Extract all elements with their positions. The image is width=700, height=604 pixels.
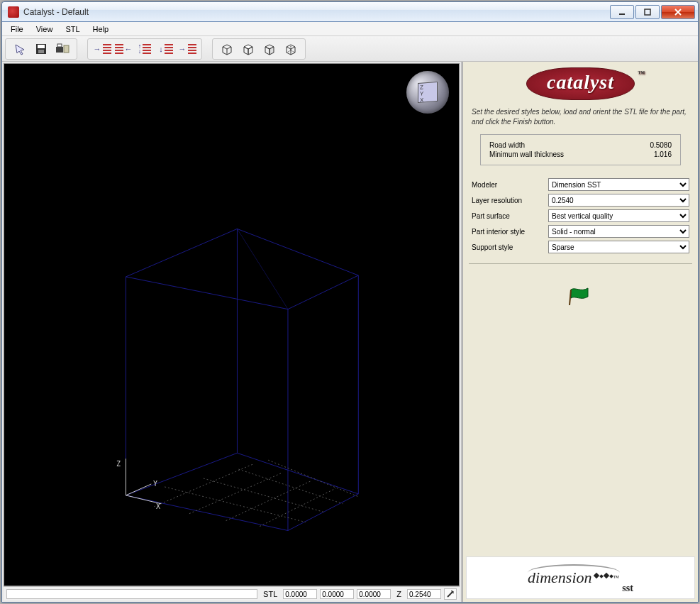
- layer-row: Layer resolution 0.2540: [466, 192, 695, 208]
- svg-line-45: [451, 591, 452, 591]
- status-x-value: 0.0000: [283, 589, 317, 599]
- svg-line-39: [260, 488, 335, 527]
- instructions-text: Set the desired styles below, load and o…: [466, 106, 695, 134]
- cursor-icon: [13, 43, 26, 55]
- support-select[interactable]: Sparse: [548, 241, 689, 253]
- wand-icon: [446, 590, 455, 598]
- svg-line-24: [287, 50, 291, 53]
- close-icon: [674, 8, 682, 16]
- align-up-down-button[interactable]: ↑↓: [135, 40, 155, 58]
- layer-select[interactable]: 0.2540: [548, 194, 689, 207]
- svg-line-22: [291, 47, 295, 49]
- svg-rect-9: [64, 45, 69, 53]
- view-top-button[interactable]: [238, 40, 258, 58]
- sst-text: sst: [622, 583, 633, 594]
- svg-rect-7: [56, 47, 63, 53]
- dimension-logo: dimension ™ sst: [466, 556, 695, 599]
- status-z-label: Z: [394, 590, 404, 598]
- svg-marker-18: [270, 47, 274, 55]
- menu-help[interactable]: Help: [87, 23, 115, 35]
- close-button[interactable]: [661, 5, 695, 19]
- align-down-button[interactable]: ↓: [156, 40, 176, 58]
- layer-label: Layer resolution: [472, 197, 543, 204]
- svg-rect-5: [38, 45, 45, 48]
- view-right-button[interactable]: [260, 40, 279, 58]
- lines-icon: [188, 44, 196, 54]
- support-row: Support style Sparse: [466, 239, 695, 255]
- svg-line-32: [165, 487, 306, 522]
- status-z-value: 0.0000: [357, 589, 391, 599]
- road-width-value: 0.5080: [650, 141, 672, 149]
- maximize-icon: [644, 9, 651, 16]
- left-pane: Z Y X Z Y X STL 0.0000 0.0000 0.0000 Z: [2, 62, 462, 602]
- finish-button[interactable]: [567, 287, 595, 307]
- surface-select[interactable]: Best vertical quality: [548, 209, 689, 222]
- print-button[interactable]: [52, 40, 72, 58]
- view-iso-button[interactable]: [217, 40, 237, 58]
- content-area: Z Y X Z Y X STL 0.0000 0.0000 0.0000 Z: [2, 62, 698, 602]
- status-layer-value: 0.2540: [407, 589, 441, 599]
- menu-view[interactable]: View: [30, 23, 59, 35]
- toolbar-group-view: [212, 38, 306, 60]
- align-left-button[interactable]: ←: [113, 40, 133, 58]
- axis-z-label: Z: [116, 460, 121, 468]
- svg-line-38: [226, 481, 311, 521]
- menu-file[interactable]: File: [5, 23, 29, 35]
- minimize-icon: [618, 9, 626, 16]
- window-title: Catalyst - Default: [23, 7, 610, 17]
- svg-line-42: [126, 484, 152, 495]
- diamond-icon: [594, 571, 613, 579]
- surface-row: Part surface Best vertical quality: [466, 208, 695, 224]
- trademark-icon: ™: [613, 574, 620, 581]
- min-wall-row: Minimum wall thickness 1.016: [489, 150, 672, 159]
- modeler-label: Modeler: [472, 181, 543, 189]
- view-gizmo[interactable]: Z Y X: [406, 71, 449, 114]
- status-y-value: 0.0000: [320, 589, 354, 599]
- titlebar: Catalyst - Default: [2, 2, 698, 22]
- 3d-viewport[interactable]: Z Y X Z Y X: [4, 63, 460, 586]
- interior-select[interactable]: Solid - normal: [548, 225, 689, 238]
- svg-rect-0: [619, 13, 625, 15]
- cursor-button[interactable]: [10, 40, 30, 58]
- view-wire-button[interactable]: [281, 40, 301, 58]
- modeler-select[interactable]: Dimension SST: [548, 178, 689, 191]
- interior-label: Part interior style: [472, 228, 543, 236]
- save-icon: [35, 43, 48, 55]
- svg-line-47: [570, 290, 571, 305]
- status-stl-label: STL: [260, 590, 280, 598]
- info-box: Road width 0.5080 Minimum wall thickness…: [480, 134, 681, 165]
- align-right-button[interactable]: →: [92, 40, 112, 58]
- interior-row: Part interior style Solid - normal: [466, 224, 695, 239]
- status-tool-button[interactable]: [444, 588, 457, 600]
- road-width-row: Road width 0.5080: [489, 141, 672, 150]
- axis-x-label: X: [156, 503, 160, 510]
- toolbar: → ← ↑↓ ↓ →: [2, 36, 698, 62]
- save-button[interactable]: [31, 40, 51, 58]
- finish-area: [466, 273, 695, 322]
- gizmo-cube-icon: Z Y X: [418, 82, 438, 103]
- axis-y-label: Y: [153, 480, 157, 488]
- window-controls: [610, 5, 695, 19]
- align-arrow-button[interactable]: →: [177, 40, 197, 58]
- cube-top-icon: [241, 43, 255, 55]
- lines-icon: [143, 44, 151, 54]
- menubar: File View STL Help: [2, 22, 698, 36]
- cube-wire-icon: [284, 43, 298, 55]
- lines-icon: [115, 44, 123, 54]
- print-icon: [55, 43, 70, 55]
- svg-line-21: [287, 47, 291, 49]
- app-window: Catalyst - Default File View STL Help: [1, 1, 699, 603]
- catalyst-logo: catalyst: [526, 67, 635, 100]
- dimension-text: dimension: [528, 569, 591, 587]
- svg-rect-1: [645, 9, 650, 15]
- brand-logo-area: catalyst: [466, 65, 695, 106]
- maximize-button[interactable]: [635, 5, 660, 19]
- status-progress: [6, 589, 257, 599]
- svg-rect-6: [38, 50, 44, 53]
- menu-stl[interactable]: STL: [60, 23, 85, 35]
- modeler-row: Modeler Dimension SST: [466, 177, 695, 192]
- cube-icon: [220, 43, 234, 55]
- svg-line-36: [154, 464, 252, 507]
- support-label: Support style: [472, 243, 543, 251]
- minimize-button[interactable]: [610, 5, 634, 19]
